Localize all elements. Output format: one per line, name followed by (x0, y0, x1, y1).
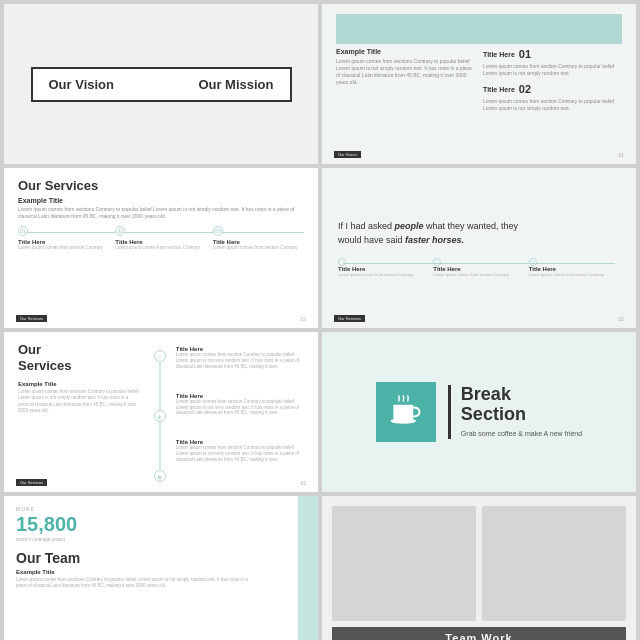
team-work-banner: Team Work (332, 627, 626, 640)
team-photo-2 (482, 506, 626, 621)
tl-text-1: Lorem ipsum comes from section Contrary (18, 245, 109, 251)
vision-item-1-text: Lorem ipsum comes from section Contrary … (483, 63, 622, 77)
footer-tag-5: Our Services (16, 479, 47, 486)
vt-content-1: Title Here Lorem ipsum comes from sectio… (176, 346, 304, 393)
services-title: Our Services (18, 178, 304, 193)
vt-ctext-1: Lorem ipsum comes from section Contrary … (176, 352, 304, 370)
vision-num-1: 01 (519, 48, 531, 60)
vt-icon-2: ◈ (157, 413, 162, 420)
services2-layout: OurServices Example Title Lorem ipsum co… (18, 342, 304, 482)
team-text: Lorem ipsum comes from sections Contrary… (16, 577, 254, 590)
tl-num-1: 01 (20, 228, 26, 234)
vision-example-text: Lorem ipsum comes from sections Contrary… (336, 58, 475, 86)
svg-rect-0 (393, 405, 413, 419)
qt-text-6: Lorem ipsum comes from section Contrary (529, 272, 620, 277)
tl-num-3: 03 (215, 228, 221, 234)
vt-dot-2: ◈ (154, 410, 166, 422)
tl-text-3: Lorem ipsum comes from section Contrary (213, 245, 304, 251)
tl-item-1: 01 Title Here Lorem ipsum comes from sec… (18, 226, 109, 251)
vt-line-col: ◇ ◈ ◉ (144, 342, 176, 482)
vt-content-3: Title Here Lorem ipsum comes from sectio… (176, 439, 304, 482)
team-title: Our Team (16, 550, 254, 566)
break-subtitle: Grab some coffee & make A new friend (461, 429, 582, 439)
services-subtitle: Example Title (18, 197, 304, 204)
tl-item-3: 03 Title Here Lorem ipsum comes from sec… (213, 226, 304, 251)
slide-team-stat: MORE 15,800 words in average project Our… (4, 496, 318, 640)
vt-ctext-2: Lorem ipsum comes from section Contrary … (176, 399, 304, 417)
services2-left: OurServices Example Title Lorem ipsum co… (18, 342, 144, 482)
quote-highlight-2: faster horses. (405, 235, 464, 245)
vision-item-2-text: Lorem ipsum comes from section Contrary … (483, 98, 622, 112)
svg-point-1 (391, 418, 416, 423)
quote-timeline: 04 Title Here Lorem ipsum comes from sec… (338, 258, 620, 277)
coffee-icon (388, 394, 424, 430)
stat-desc: words in average project (16, 537, 254, 542)
vision-item-1-header: Title Here 01 (483, 48, 622, 60)
footer-tag-2: Our Vision (334, 151, 361, 158)
tl-dot-3: 03 (213, 226, 223, 236)
footer-tag-4: Our Services (334, 315, 365, 322)
break-icon-box (376, 382, 436, 442)
vision-item-2-header: Title Here 02 (483, 83, 622, 95)
vt-dot-3: ◉ (154, 470, 166, 482)
team-example-title: Example Title (16, 569, 254, 575)
services2-subtitle: Example Title (18, 381, 140, 387)
stat-number: 15,800 (16, 513, 254, 536)
qt-dot-4: 04 (338, 258, 346, 266)
vt-icon-1: ◇ (157, 353, 162, 360)
team-content: MORE 15,800 words in average project Our… (16, 506, 254, 590)
vision-example-title: Example Title (336, 48, 475, 55)
vision-title: Our Vision (49, 77, 115, 92)
slide-3-footer: Our Services 02 (16, 315, 306, 322)
qt-text-5: Lorem ipsum comes from section Contrary (433, 272, 524, 277)
stat-label: MORE (16, 506, 254, 512)
quote-timeline-line (343, 263, 615, 264)
teal-decorative-block (336, 14, 622, 44)
vision-mission-box: Our Vision Our Mission (31, 67, 292, 102)
qt-dot-5: 05 (433, 258, 441, 266)
slide-grid: Our Vision Our Mission Example Title Lor… (0, 0, 640, 640)
services2-title: OurServices (18, 342, 140, 373)
team-photo-1 (332, 506, 476, 621)
qt-dot-6: 06 (529, 258, 537, 266)
vt-icon-3: ◉ (157, 473, 162, 480)
break-title: BreakSection (461, 385, 582, 425)
teal-side-bar (298, 496, 318, 640)
vt-content-2: Title Here Lorem ipsum comes from sectio… (176, 393, 304, 440)
slide-team-work: Team Work (322, 496, 636, 640)
tl-dot-1: 01 (18, 226, 28, 236)
vision-col-left: Example Title Lorem ipsum comes from sec… (336, 48, 475, 112)
tl-text-2: Lorem ipsum comes from section Contrary (115, 245, 206, 251)
slide-2-footer: Our Vision 01 (334, 151, 624, 158)
quote-text: If I had asked people what they wanted, … (338, 219, 620, 248)
slide-quote: If I had asked people what they wanted, … (322, 168, 636, 328)
footer-tag-3: Our Services (16, 315, 47, 322)
slide-vision-mission: Our Vision Our Mission (4, 4, 318, 164)
break-text-box: BreakSection Grab some coffee & make A n… (448, 385, 582, 438)
vision-col-right: Title Here 01 Lorem ipsum comes from sec… (483, 48, 622, 112)
slide-break: BreakSection Grab some coffee & make A n… (322, 332, 636, 492)
slide-vision-content: Example Title Lorem ipsum comes from sec… (322, 4, 636, 164)
footer-num-4: 02 (618, 316, 624, 322)
vt-content-col: Title Here Lorem ipsum comes from sectio… (176, 342, 304, 482)
vision-content-inner: Example Title Lorem ipsum comes from sec… (336, 48, 622, 112)
team-photos-row (332, 506, 626, 621)
services-text: Lorem ipsum comes from sections Contrary… (18, 206, 304, 220)
qt-item-5: 05 Title Here Lorem ipsum comes from sec… (433, 258, 524, 277)
quote-highlight: people (395, 221, 424, 231)
vt-dot-1: ◇ (154, 350, 166, 362)
qt-item-4: 04 Title Here Lorem ipsum comes from sec… (338, 258, 429, 277)
footer-num-3: 02 (300, 316, 306, 322)
qt-item-6: 06 Title Here Lorem ipsum comes from sec… (529, 258, 620, 277)
vt-ctext-3: Lorem ipsum comes from section Contrary … (176, 445, 304, 463)
tl-num-2: 02 (118, 228, 124, 234)
services2-right-area: ◇ ◈ ◉ Title Here Lorem ipsum comes from … (144, 342, 304, 482)
tl-dot-2: 02 (115, 226, 125, 236)
vision-item-1-label: Title Here (483, 51, 515, 58)
footer-num-2: 01 (618, 152, 624, 158)
mission-title: Our Mission (198, 77, 273, 92)
vision-num-2: 02 (519, 83, 531, 95)
qt-text-4: Lorem ipsum comes from section Contrary (338, 272, 429, 277)
tl-item-2: 02 Title Here Lorem ipsum comes from sec… (115, 226, 206, 251)
break-inner: BreakSection Grab some coffee & make A n… (376, 382, 582, 442)
